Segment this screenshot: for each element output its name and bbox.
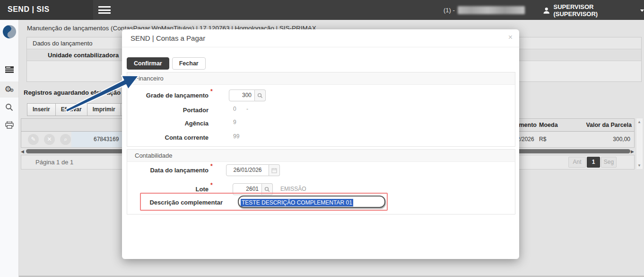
row-currency: R$: [539, 136, 546, 143]
selected-text: TESTE DESCRIÇÃO COMPLEMENTAR 01: [241, 199, 353, 206]
hamburger-menu-icon[interactable]: [98, 6, 111, 14]
data-lancamento-input[interactable]: 26/01/2026: [226, 164, 269, 176]
search-icon: [257, 93, 263, 98]
row-document-number: 67843169: [94, 136, 119, 143]
portador-value: 0: [233, 106, 236, 112]
settings-gears-icon[interactable]: ⚙⚙: [0, 84, 18, 94]
portador-dash: -: [246, 106, 248, 112]
modal-title: SEND | Contas a Pagar: [131, 34, 205, 42]
col-due-fragment: imento: [517, 122, 537, 128]
vertical-scrollbar[interactable]: ▲ ▼: [636, 118, 643, 169]
app-brand: SEND | SIS: [8, 5, 50, 14]
row-installment-value: 300,00: [613, 136, 630, 143]
conta-corrente-value: 99: [233, 133, 239, 140]
col-installment-value: Valor da Parcela: [586, 122, 632, 128]
records-list-icon[interactable]: [0, 66, 18, 75]
row-due: 2/2026: [517, 136, 534, 143]
pending-records-title: Registros aguardando efetivação: [24, 89, 121, 96]
scroll-up-icon[interactable]: ▲: [637, 120, 641, 124]
portador-label: Portador: [137, 107, 209, 114]
view-row-icon[interactable]: ⌕: [60, 134, 71, 145]
data-required-marker: *: [210, 163, 213, 170]
confirm-button[interactable]: Confirmar: [127, 57, 169, 70]
lote-label: Lote: [137, 186, 209, 193]
contabilidade-section: Contabilidade Data do lançamento * 26/01…: [127, 149, 515, 214]
application-window: Manutenção de lançamentos (ContasPagar.W…: [0, 0, 644, 277]
calendar-icon: [271, 168, 277, 173]
lote-search-button[interactable]: [262, 183, 273, 195]
sidebar: ⚙⚙: [0, 20, 19, 277]
close-button[interactable]: Fechar: [172, 57, 206, 70]
grade-required-marker: *: [210, 88, 213, 95]
financeiro-legend: Financeiro: [127, 72, 515, 85]
apply-button[interactable]: Efetivar: [56, 103, 87, 116]
calendar-button[interactable]: [269, 164, 280, 176]
descricao-complementar-label: Descrição complementar: [146, 199, 223, 206]
user-menu[interactable]: SUPERVISOR (SUPERVISOR): [543, 5, 644, 16]
grade-input[interactable]: 300: [229, 89, 255, 101]
user-avatar-icon: [543, 7, 550, 14]
search-icon: [264, 187, 270, 192]
financeiro-section: Financeiro Grade de lançamento * 300 Por…: [127, 72, 515, 147]
print-icon[interactable]: [0, 121, 18, 131]
delete-row-icon[interactable]: ✕: [44, 134, 55, 145]
agencia-label: Agência: [137, 120, 209, 127]
top-bar: SEND | SIS (1) - SUPERVISOR (SUPERVISOR): [0, 0, 644, 20]
session-prefix: (1) -: [444, 7, 455, 14]
scroll-down-icon[interactable]: ▼: [637, 163, 641, 168]
app-logo-icon: [0, 25, 18, 41]
pagination-next-button[interactable]: Seg: [601, 157, 617, 168]
user-label: SUPERVISOR (SUPERVISOR): [553, 3, 637, 18]
edit-row-icon[interactable]: ✎: [28, 134, 39, 145]
col-currency: Moeda: [539, 122, 558, 128]
lote-input[interactable]: 2601: [233, 183, 262, 195]
agencia-value: 9: [233, 119, 236, 125]
modal-header: SEND | Contas a Pagar ×: [122, 29, 519, 47]
pagination-current-page[interactable]: 1: [587, 157, 600, 168]
contabilidade-legend: Contabilidade: [127, 150, 515, 162]
conta-corrente-label: Conta corrente: [137, 134, 209, 141]
close-icon[interactable]: ×: [508, 33, 513, 42]
redacted-text: [458, 6, 525, 14]
pagination-prev-button[interactable]: Ant: [568, 157, 586, 168]
page-indicator: Página 1 de 1: [35, 159, 73, 166]
grade-label: Grade de lançamento: [137, 92, 209, 99]
grade-search-button[interactable]: [255, 89, 266, 101]
scroll-left-icon[interactable]: ◀: [21, 149, 24, 154]
lote-description: EMISSÃO: [280, 186, 306, 192]
search-icon[interactable]: [0, 103, 18, 113]
descricao-complementar-input[interactable]: TESTE DESCRIÇÃO COMPLEMENTAR 01: [238, 196, 385, 208]
scroll-right-icon[interactable]: ▶: [631, 149, 634, 154]
data-lancamento-label: Data do lançamento: [137, 167, 209, 174]
print-button[interactable]: Imprimir: [87, 103, 121, 116]
contas-a-pagar-modal: SEND | Contas a Pagar × Confirmar Fechar…: [122, 29, 519, 259]
insert-button[interactable]: Inserir: [27, 103, 56, 116]
modal-actions: Confirmar Fechar: [127, 57, 206, 70]
lote-required-marker: *: [210, 182, 213, 188]
caret-down-icon: [640, 9, 644, 12]
